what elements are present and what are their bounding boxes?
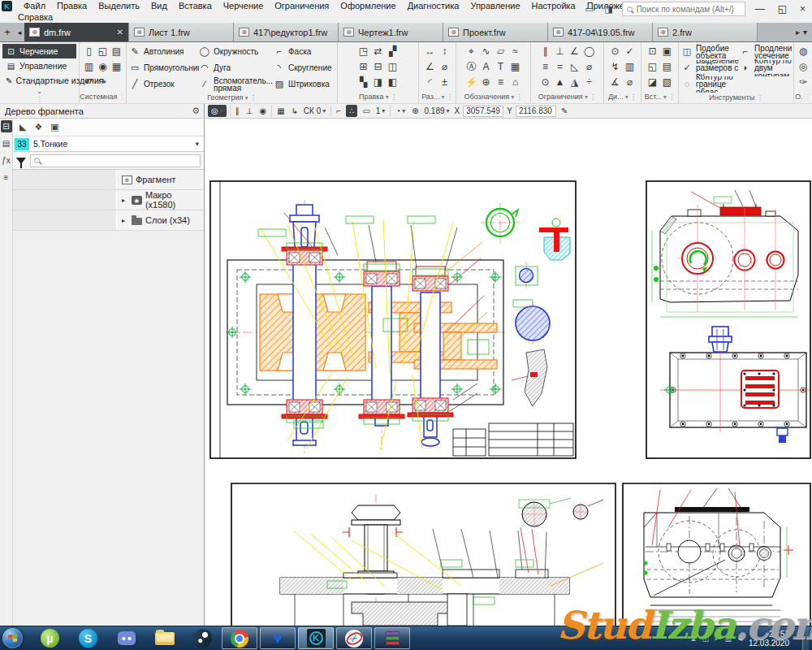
document-tab[interactable]: ⊕ 417\редуктор1.frw [234,23,339,41]
window-view-icon[interactable]: ◨ [603,4,615,15]
document-tab[interactable]: ⊕ Чертеж1.frw [339,23,443,41]
system-tool-icon[interactable]: ◱ [96,44,110,59]
annotation-tool-icon[interactable]: ∿ [479,44,494,59]
parameters-panel-icon[interactable]: ▤ [1,137,12,150]
annotation-tool-icon[interactable]: ⌖ [464,44,479,59]
constraint-tool-icon[interactable]: = [553,59,568,75]
category-tab[interactable]: ✎ Стандартные изделия [2,73,76,88]
gear-icon[interactable]: ⚙ [192,106,200,116]
coordinate-system-button[interactable]: ↳ СК 0▾ [290,105,328,117]
document-tab[interactable]: ⊕ Проект.frw [443,23,548,41]
constraint-tool-icon[interactable]: ⊥ [553,44,568,59]
menu-item[interactable]: Правка [51,0,93,12]
y-coordinate-field[interactable]: 2116.830 [516,106,556,117]
annotation-tool-icon[interactable]: ≡ [494,75,508,90]
x-coordinate-field[interactable]: 3057.549 [463,106,503,117]
drawing-sheet-section[interactable] [230,482,617,626]
category-tab[interactable]: ▤ Управление [2,58,76,73]
tree-panel-toggle-icon[interactable]: ⊟ [1,120,12,132]
start-button[interactable] [2,628,23,648]
dimension-tool-icon[interactable]: ⌀ [438,59,452,75]
heart-app-taskbar-button[interactable]: ♥ [260,627,296,649]
point-snap-icon[interactable]: ◉ [257,105,268,117]
perpendicular-snap-icon[interactable]: ⊥ [244,105,255,117]
minimize-button[interactable]: — [752,3,768,15]
annotation-tool-icon[interactable]: T [494,59,508,75]
document-tab[interactable]: ⊕ Лист 1.frw [129,23,234,41]
geometry-tool-button[interactable]: ✎ Автолиния [129,44,199,60]
menu-item[interactable]: Ограничения [269,0,335,12]
ortho-mode-button[interactable]: ∴ [346,105,357,117]
edit-tool-icon[interactable]: ◫ [386,59,400,75]
tab-close-icon[interactable]: ✕ [117,28,123,37]
snaps-button[interactable]: ◎▾ [208,105,227,117]
tree-search-box[interactable] [30,154,201,167]
grid-icon[interactable]: ▦ [275,105,286,117]
menu-item-help[interactable]: Справка [18,12,58,23]
tabs-scroll-right[interactable]: ▸ [796,28,800,37]
annotation-tool-icon[interactable]: ⌂ [508,75,523,90]
tray-icon[interactable]: ◫ [702,635,709,643]
menu-item[interactable]: Черчение [218,0,270,12]
category-tab[interactable]: ⊡ Черчение [2,44,76,58]
constraint-tool-icon[interactable]: ∥ [538,44,553,59]
new-tab-button[interactable]: + [0,23,15,41]
filter-icon[interactable] [16,158,26,164]
menu-item[interactable]: Файл [18,0,51,12]
show-desktop-button[interactable] [802,626,809,650]
side-tool-icon[interactable]: ◍ [797,44,810,59]
geometry-tool-button[interactable]: ◠ Дуга [199,60,274,76]
edit-tool-icon[interactable]: ◨ [371,75,386,90]
current-layer-row[interactable]: 33 5.Тонкие ▾ [13,136,204,152]
annotation-tool-icon[interactable]: ⊕ [479,75,494,90]
constraint-tool-icon[interactable]: ≡ [538,59,553,75]
tabs-pin-icon[interactable]: ▾ [803,28,807,37]
geometry-tool-button[interactable]: ◯ Окружность [199,44,274,60]
layer-dropdown-icon[interactable]: ▾ [195,140,204,148]
skype-icon[interactable]: S [69,629,107,648]
geometry-tool-button[interactable]: ∕ Вспомогатель... прямая [199,76,274,93]
instrument-tool-button[interactable]: ✓ Выделение размеров с ру... [681,60,740,76]
edit-tool-icon[interactable]: ◧ [386,75,400,90]
geometry-tool-button[interactable]: ▭ Прямоугольник [129,60,199,76]
taskbar-clock[interactable]: 21:57 12.03.2020 [749,630,797,648]
layer-button[interactable]: ▭ 1▾ [361,105,387,117]
diagnostics-tool-icon[interactable]: ∡ [608,75,623,90]
system-tool-icon[interactable]: ▯ [82,44,96,59]
file-explorer-icon[interactable] [145,632,184,645]
close-button[interactable]: × [797,3,809,15]
drawing-sheet-side[interactable] [621,482,812,626]
new-window-icon[interactable]: ▭ [583,4,596,15]
expand-arrow-icon[interactable]: ▸ [122,217,128,224]
tray-icon[interactable]: ✓ [714,635,720,643]
objects-view-icon[interactable]: ❖ [34,122,42,132]
instrument-tool-button[interactable]: ◌ Контур по границе облас... [681,76,740,93]
dimension-tool-icon[interactable]: ± [438,75,452,90]
geometry-tool-button[interactable]: ⌐ Фаска [274,44,335,60]
annotation-tool-icon[interactable]: Ⓐ [464,59,479,75]
menu-item[interactable]: Управление [464,0,525,12]
diagnostics-tool-icon[interactable]: ▥ [623,59,637,75]
constraint-tool-icon[interactable]: ⌀ [582,59,597,75]
edit-tool-icon[interactable]: ⊞ [356,59,371,75]
command-search[interactable] [622,2,745,16]
dimension-tool-icon[interactable]: ↕ [438,44,452,59]
winrar-taskbar-button[interactable] [374,627,410,649]
annotation-tool-icon[interactable]: ⚡ [464,75,479,90]
rounding-icon[interactable]: ⌐ [335,105,343,117]
constraint-tool-icon[interactable]: ◮ [568,75,582,90]
edit-tool-icon[interactable]: ◳ [356,44,371,59]
geometry-tool-button[interactable]: ▨ Штриховка [274,76,335,93]
document-tab[interactable]: ⊕ 2.frw [653,23,758,41]
system-tool-icon[interactable]: ↷ [96,75,110,90]
tray-icon[interactable]: ◄ [736,635,744,643]
dimension-tool-icon[interactable]: ↔ [423,44,438,59]
document-tab[interactable]: ⊕ 417-04\19.05.frw [548,23,653,41]
dimension-tool-icon[interactable]: ∠ [423,59,438,75]
menu-panel-icon[interactable]: ≡ [1,171,12,184]
diagnostics-tool-icon[interactable]: ↯ [608,59,623,75]
edit-tool-icon[interactable]: ⇄ [371,44,386,59]
utorrent-icon[interactable]: µ [31,629,69,648]
diagnostics-tool-icon[interactable]: ⊙ [608,44,623,59]
constraint-tool-icon[interactable]: ◯ [582,44,597,59]
